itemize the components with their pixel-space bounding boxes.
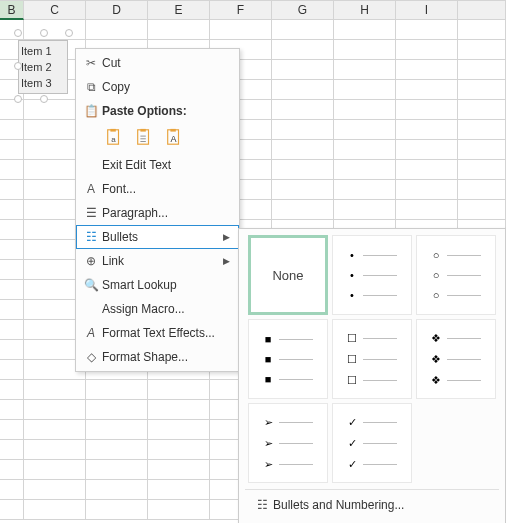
- column-header[interactable]: I: [396, 1, 458, 20]
- cell[interactable]: [24, 400, 86, 420]
- resize-handle[interactable]: [65, 29, 73, 37]
- cell[interactable]: [148, 400, 210, 420]
- resize-handle[interactable]: [14, 95, 22, 103]
- cell[interactable]: [24, 20, 86, 40]
- textbox-shape[interactable]: Item 1 Item 2 Item 3: [18, 40, 68, 94]
- cell[interactable]: [334, 20, 396, 40]
- cell[interactable]: [210, 20, 272, 40]
- bullet-style-box[interactable]: ☐☐☐: [332, 319, 412, 399]
- cell[interactable]: [0, 400, 24, 420]
- cell[interactable]: [334, 200, 396, 220]
- cell[interactable]: [458, 180, 506, 200]
- cell[interactable]: [86, 20, 148, 40]
- cell[interactable]: [396, 100, 458, 120]
- cell[interactable]: [0, 260, 24, 280]
- paste-keep-source[interactable]: a: [102, 125, 126, 149]
- cell[interactable]: [24, 380, 86, 400]
- cell[interactable]: [148, 480, 210, 500]
- bullet-style-disc[interactable]: •••: [332, 235, 412, 315]
- cell[interactable]: [86, 440, 148, 460]
- cell[interactable]: [86, 400, 148, 420]
- cell[interactable]: [24, 420, 86, 440]
- cell[interactable]: [0, 160, 24, 180]
- cell[interactable]: [0, 440, 24, 460]
- column-header[interactable]: [458, 1, 506, 20]
- cell[interactable]: [0, 100, 24, 120]
- cell[interactable]: [272, 80, 334, 100]
- cell[interactable]: [396, 20, 458, 40]
- menu-format-text-effects[interactable]: A Format Text Effects...: [76, 321, 239, 345]
- cell[interactable]: [272, 120, 334, 140]
- cell[interactable]: [0, 200, 24, 220]
- menu-format-shape[interactable]: ◇ Format Shape...: [76, 345, 239, 369]
- cell[interactable]: [0, 320, 24, 340]
- cell[interactable]: [334, 60, 396, 80]
- cell[interactable]: [0, 120, 24, 140]
- cell[interactable]: [272, 40, 334, 60]
- cell[interactable]: [86, 480, 148, 500]
- cell[interactable]: [458, 140, 506, 160]
- cell[interactable]: [0, 380, 24, 400]
- cell[interactable]: [86, 380, 148, 400]
- cell[interactable]: [0, 280, 24, 300]
- cell[interactable]: [334, 40, 396, 60]
- bullet-style-none[interactable]: None: [248, 235, 328, 315]
- cell[interactable]: [334, 140, 396, 160]
- cell[interactable]: [334, 100, 396, 120]
- cell[interactable]: [272, 100, 334, 120]
- cell[interactable]: [0, 300, 24, 320]
- cell[interactable]: [334, 120, 396, 140]
- cell[interactable]: [148, 440, 210, 460]
- cell[interactable]: [86, 460, 148, 480]
- cell[interactable]: [148, 460, 210, 480]
- cell[interactable]: [458, 40, 506, 60]
- cell[interactable]: [458, 60, 506, 80]
- cell[interactable]: [272, 180, 334, 200]
- resize-handle[interactable]: [40, 95, 48, 103]
- cell[interactable]: [396, 140, 458, 160]
- resize-handle[interactable]: [40, 29, 48, 37]
- cell[interactable]: [0, 140, 24, 160]
- cell[interactable]: [334, 80, 396, 100]
- cell[interactable]: [0, 180, 24, 200]
- cell[interactable]: [148, 420, 210, 440]
- resize-handle[interactable]: [14, 62, 22, 70]
- cell[interactable]: [24, 480, 86, 500]
- bullet-style-check[interactable]: ✓✓✓: [332, 403, 412, 483]
- cell[interactable]: [396, 160, 458, 180]
- cell[interactable]: [24, 440, 86, 460]
- cell[interactable]: [0, 460, 24, 480]
- bullet-style-arrow[interactable]: ➢➢➢: [248, 403, 328, 483]
- cell[interactable]: [396, 120, 458, 140]
- column-header[interactable]: C: [24, 1, 86, 20]
- column-header[interactable]: E: [148, 1, 210, 20]
- cell[interactable]: [458, 160, 506, 180]
- cell[interactable]: [334, 160, 396, 180]
- bullet-style-circle[interactable]: ○○○: [416, 235, 496, 315]
- paste-merge-format[interactable]: [132, 125, 156, 149]
- cell[interactable]: [148, 500, 210, 520]
- menu-copy[interactable]: ⧉ Copy: [76, 75, 239, 99]
- paste-text-only[interactable]: A: [162, 125, 186, 149]
- column-header[interactable]: F: [210, 1, 272, 20]
- menu-exit-edit-text[interactable]: Exit Edit Text: [76, 153, 239, 177]
- cell[interactable]: [0, 240, 24, 260]
- cell[interactable]: [272, 60, 334, 80]
- bullets-and-numbering[interactable]: ☷ Bullets and Numbering...: [245, 492, 499, 518]
- cell[interactable]: [148, 380, 210, 400]
- menu-link[interactable]: ⊕ Link ▶: [76, 249, 239, 273]
- cell[interactable]: [396, 180, 458, 200]
- cell[interactable]: [0, 220, 24, 240]
- cell[interactable]: [458, 200, 506, 220]
- cell[interactable]: [0, 480, 24, 500]
- cell[interactable]: [458, 120, 506, 140]
- cell[interactable]: [458, 80, 506, 100]
- cell[interactable]: [24, 500, 86, 520]
- column-header[interactable]: D: [86, 1, 148, 20]
- cell[interactable]: [86, 420, 148, 440]
- cell[interactable]: [272, 20, 334, 40]
- cell[interactable]: [0, 360, 24, 380]
- bullet-style-diamond[interactable]: ❖❖❖: [416, 319, 496, 399]
- resize-handle[interactable]: [14, 29, 22, 37]
- column-header[interactable]: H: [334, 1, 396, 20]
